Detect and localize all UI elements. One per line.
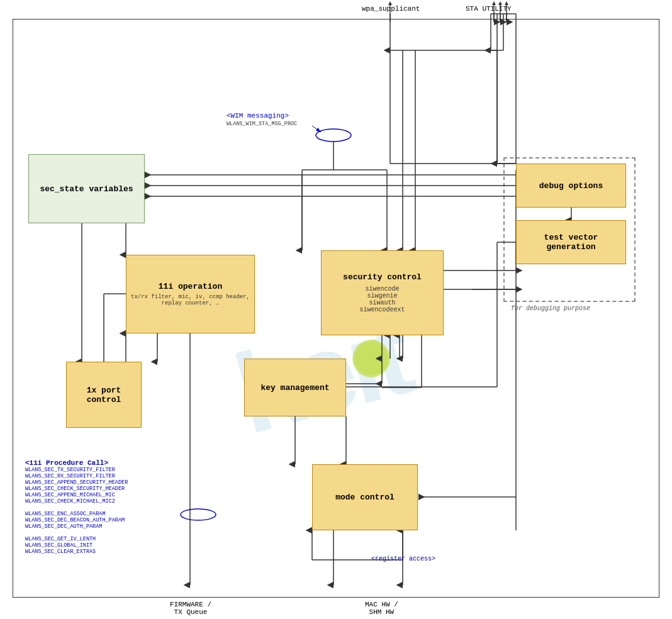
proc-call-title: <11i Procedure Call> — [25, 459, 108, 467]
key-management-title: key management — [260, 383, 329, 393]
security-control-title: security control — [343, 272, 422, 282]
proc-item-4: WLAN5_SEC_CHECK_SECURITY_HEADER — [25, 486, 128, 492]
key-management-box: key management — [244, 359, 346, 416]
sec-state-title: sec_state variables — [40, 184, 133, 194]
reg-access-label: <register access> — [371, 555, 435, 562]
test-vector-box: test vector generation — [516, 220, 626, 264]
wim-label-text: <WIM messaging> — [227, 112, 289, 120]
diagram: keit wpa_supplicant STA UTILITY FIRMWARE… — [0, 0, 672, 619]
proc-item-1: WLAN5_SEC_TX_SECURITY_FILTER — [25, 467, 128, 473]
debug-options-box: debug options — [516, 164, 626, 208]
proc-item-10: WLAN5_SEC_GET_IV_LENTH — [25, 536, 128, 542]
wim-label: <WIM messaging> WLAN5_WIM_STA_MSG_PROC — [227, 112, 297, 127]
wpa-supplicant-label: wpa_supplicant — [362, 5, 420, 13]
proc-item-2: WLAN5_SEC_RX_SECURITY_FILTER — [25, 473, 128, 479]
mode-control-title: mode control — [335, 493, 395, 502]
proc-item-5: WLAN5_SEC_APPEND_MICHAEL_MIC — [25, 492, 128, 498]
sta-utility-label: STA UTILITY — [466, 5, 512, 13]
oper-11i-title: 11i operation — [159, 282, 222, 291]
proc-item-3: WLAN5_SEC_APPEND_SECURITY_HEADER — [25, 479, 128, 486]
proc-item-11: WLAN5_SEC_GLOBAL_INIT — [25, 542, 128, 549]
proc-call-label: <11i Procedure Call> WLAN5_SEC_TX_SECURI… — [25, 459, 128, 555]
debug-options-title: debug options — [539, 181, 603, 191]
debug-label: for debugging purpose — [511, 305, 590, 312]
test-vector-title: test vector generation — [520, 233, 622, 252]
proc-item-6: WLAN5_SEC_CHECK_MICHAEL_MIC2 — [25, 498, 128, 505]
wim-sub-text: WLAN5_WIM_STA_MSG_PROC — [227, 121, 297, 127]
port-control-title: 1x portcontrol — [87, 386, 121, 404]
oper-11i-sub: tx/rx filter, mic, iv, ccmp header, repl… — [130, 294, 250, 306]
proc-item-7: WLAN5_SEC_ENC_ASSOC_PARAM — [25, 511, 128, 517]
proc-item-12: WLAN5_SEC_CLEAR_EXTRAS — [25, 549, 128, 555]
proc-item-9: WLAN5_SEC_DEC_AUTH_PARAM — [25, 523, 128, 530]
oper-11i-box: 11i operation tx/rx filter, mic, iv, ccm… — [126, 255, 255, 333]
mode-control-box: mode control — [312, 464, 418, 530]
security-control-box: security control siwencodesiwgeniesiwaut… — [321, 250, 444, 335]
port-control-box: 1x portcontrol — [66, 362, 142, 428]
firmware-tx-label: FIRMWARE /TX Queue — [170, 601, 211, 616]
proc-item-8: WLAN5_SEC_DEC_BEACON_AUTH_PARAM — [25, 517, 128, 523]
mac-hw-label: MAC HW /SHM HW — [365, 601, 398, 616]
sec-state-box: sec_state variables — [28, 154, 145, 223]
security-control-sub: siwencodesiwgeniesiwauthsiwencodeext — [359, 286, 405, 313]
